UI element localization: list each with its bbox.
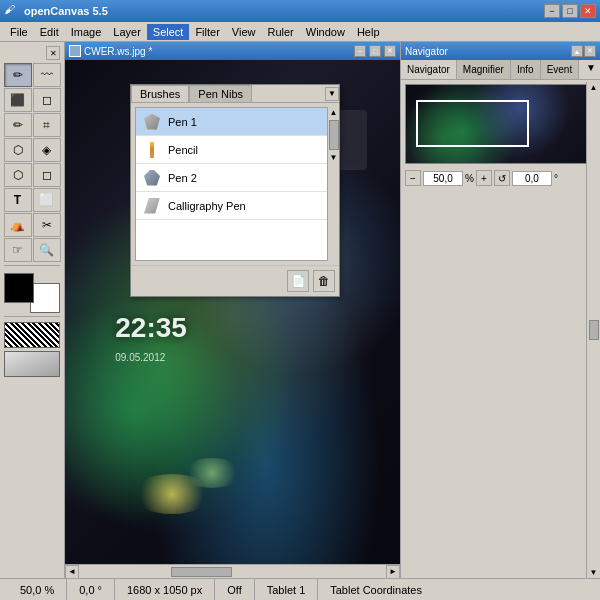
inner-minimize-btn[interactable]: − (354, 45, 366, 57)
maximize-button[interactable]: □ (562, 4, 578, 18)
right-scroll-track[interactable] (588, 93, 600, 567)
tool-row-4: ⬡ ◈ (4, 138, 61, 162)
status-device: Tablet 1 (255, 579, 319, 600)
canvas-wrapper: CWER.ws.jpg * − □ ✕ 22:35 09.05.2012 Bru… (65, 42, 400, 578)
inner-window-titlebar: CWER.ws.jpg * − □ ✕ (65, 42, 400, 60)
menu-file[interactable]: File (4, 24, 34, 40)
pen2-icon (142, 168, 162, 188)
rotation-unit: ° (554, 173, 558, 184)
scroll-up-arrow[interactable]: ▲ (329, 107, 339, 118)
zoom-in-btn[interactable]: + (476, 170, 492, 186)
line-tool[interactable]: 〰 (33, 63, 61, 87)
tool-row-6: T ⬜ (4, 188, 61, 212)
color-selector[interactable] (4, 273, 60, 313)
right-scroll-up[interactable]: ▲ (589, 82, 599, 93)
zoom-tool[interactable]: 🔍 (33, 238, 61, 262)
brush-tab-brushes[interactable]: Brushes (131, 85, 189, 102)
brush-item-label: Calligraphy Pen (168, 200, 246, 212)
brush-panel-footer: 📄 🗑 (131, 265, 339, 296)
brush-tool[interactable]: ✏ (4, 113, 32, 137)
pencil-icon (142, 140, 162, 160)
menu-bar: File Edit Image Layer Select Filter View… (0, 22, 600, 42)
tab-event[interactable]: Event (541, 60, 580, 79)
text-tool[interactable]: T (4, 188, 32, 212)
lasso-tool[interactable]: ⬡ (4, 163, 32, 187)
tab-navigator[interactable]: Navigator (401, 60, 457, 79)
app-icon: 🖌 (4, 3, 20, 19)
h-scroll-thumb[interactable] (171, 567, 232, 577)
h-scroll-track[interactable] (79, 566, 386, 578)
right-scroll-thumb[interactable] (589, 320, 599, 340)
nav-rect[interactable] (416, 100, 529, 147)
brush-list-wrapper: Pen 1 Pencil Pen 2 (131, 107, 339, 261)
zoom-unit: % (465, 173, 474, 184)
gradient-display (4, 351, 60, 377)
menu-image[interactable]: Image (65, 24, 108, 40)
pen-tool[interactable]: ✏ (4, 63, 32, 87)
status-dimensions: 1680 x 1050 px (115, 579, 215, 600)
menu-select[interactable]: Select (147, 24, 190, 40)
inner-maximize-btn[interactable]: □ (369, 45, 381, 57)
menu-layer[interactable]: Layer (107, 24, 147, 40)
background-color[interactable] (30, 283, 60, 313)
menu-ruler[interactable]: Ruler (262, 24, 300, 40)
scroll-thumb[interactable] (329, 120, 339, 150)
brush-item-label: Pencil (168, 144, 198, 156)
nav-controls: − 50,0 % + ↺ 0,0 ° (401, 168, 600, 188)
left-toolbar: ✕ ✏ 〰 ⬛ ◻ ✏ ⌗ ⬡ ◈ ⬡ ◻ T ⬜ ⛺ ✂ (0, 42, 65, 578)
menu-edit[interactable]: Edit (34, 24, 65, 40)
panel-menu-btn[interactable]: ▼ (582, 60, 600, 79)
menu-window[interactable]: Window (300, 24, 351, 40)
minimize-button[interactable]: − (544, 4, 560, 18)
crop-tool[interactable]: ⬜ (33, 188, 61, 212)
right-panel-content: − 50,0 % + ↺ 0,0 ° (401, 80, 600, 578)
move-tool[interactable]: ⛺ (4, 213, 32, 237)
title-bar: 🖌 openCanvas 5.5 − □ ✕ (0, 0, 600, 22)
new-brush-button[interactable]: 📄 (287, 270, 309, 292)
app-title: openCanvas 5.5 (24, 5, 544, 17)
tool-row-7: ⛺ ✂ (4, 213, 61, 237)
nav-image (405, 84, 596, 164)
foreground-color[interactable] (4, 273, 34, 303)
status-mode: Off (215, 579, 254, 600)
brush-panel-expand[interactable]: ▼ (325, 87, 339, 101)
brush-item-pen1[interactable]: Pen 1 (136, 108, 334, 136)
close-button[interactable]: ✕ (580, 4, 596, 18)
brush-item-calligraphy[interactable]: Calligraphy Pen (136, 192, 334, 220)
scroll-down-arrow[interactable]: ▼ (329, 152, 339, 163)
scroll-right-button[interactable]: ► (386, 565, 400, 579)
rect-select-tool[interactable]: ⬡ (4, 138, 32, 162)
panel-close-btn[interactable]: ✕ (584, 45, 596, 57)
tool-row-5: ⬡ ◻ (4, 163, 61, 187)
tab-info[interactable]: Info (511, 60, 541, 79)
right-panel-title-text: Navigator (405, 46, 448, 57)
brush-list: Pen 1 Pencil Pen 2 (135, 107, 335, 261)
brush-item-pen2[interactable]: Pen 2 (136, 164, 334, 192)
pattern-selector[interactable] (4, 322, 60, 348)
tab-magnifier[interactable]: Magnifier (457, 60, 511, 79)
zoom-out-btn[interactable]: − (405, 170, 421, 186)
brush-item-pencil[interactable]: Pencil (136, 136, 334, 164)
right-scroll-down[interactable]: ▼ (589, 567, 599, 578)
inner-close-btn[interactable]: ✕ (384, 45, 396, 57)
toolbar-close[interactable]: ✕ (46, 46, 60, 60)
gradient-tool[interactable]: ⌗ (33, 113, 61, 137)
transform-tool[interactable]: ◈ (33, 138, 61, 162)
navigator-preview (401, 80, 600, 168)
menu-help[interactable]: Help (351, 24, 386, 40)
scroll-left-button[interactable]: ◄ (65, 565, 79, 579)
clone-tool[interactable]: ✂ (33, 213, 61, 237)
menu-filter[interactable]: Filter (189, 24, 225, 40)
hand-tool[interactable]: ☞ (4, 238, 32, 262)
reset-zoom-btn[interactable]: ↺ (494, 170, 510, 186)
fill-tool[interactable]: ⬛ (4, 88, 32, 112)
panel-expand-btn[interactable]: ▲ (571, 45, 583, 57)
brush-tab-pen-nibs[interactable]: Pen Nibs (189, 85, 252, 102)
rotation-value: 0,0 (512, 171, 552, 186)
delete-brush-button[interactable]: 🗑 (313, 270, 335, 292)
tool-row-2: ⬛ ◻ (4, 88, 61, 112)
tool-row-3: ✏ ⌗ (4, 113, 61, 137)
magic-wand-tool[interactable]: ◻ (33, 163, 61, 187)
erase-tool[interactable]: ◻ (33, 88, 61, 112)
menu-view[interactable]: View (226, 24, 262, 40)
